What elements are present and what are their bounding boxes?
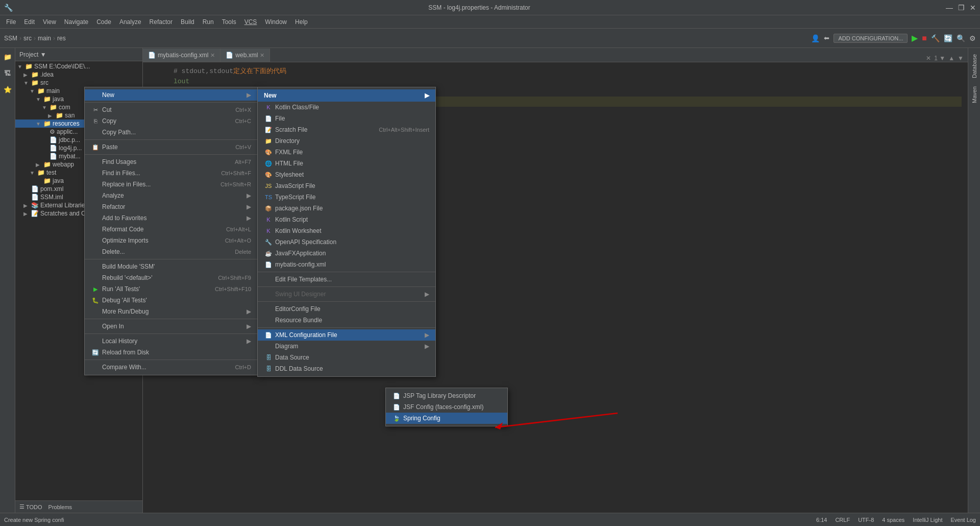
new-editorconfig[interactable]: EditorConfig File [258, 303, 435, 315]
menu-navigate[interactable]: Navigate [60, 17, 92, 27]
new-fxml[interactable]: 🎨 FXML File [258, 147, 435, 158]
breadcrumb-res[interactable]: res [57, 35, 66, 42]
new-kotlin-worksheet[interactable]: K Kotlin Worksheet [258, 225, 435, 236]
run-button[interactable]: ▶ [912, 33, 918, 43]
tree-item-idea[interactable]: ▶ 📁 .idea [15, 70, 142, 79]
ctx-optimize[interactable]: Optimize Imports Ctrl+Alt+O [85, 235, 257, 246]
statusbar-line-ending[interactable]: CRLF [835, 517, 850, 523]
menu-code[interactable]: Code [92, 17, 115, 27]
search-icon[interactable]: 🔍 [957, 34, 965, 42]
tree-item-ssm[interactable]: ▼ 📁 SSM E:\Code\IDE\... [15, 62, 142, 70]
right-panel-database[interactable]: Database [970, 50, 978, 82]
ctx-find-usages[interactable]: Find Usages Alt+F7 [85, 156, 257, 168]
ctx-reload[interactable]: 🔄 Reload from Disk [85, 347, 257, 358]
ctx-open-in[interactable]: Open In ▶ [85, 321, 257, 332]
ctx-analyze[interactable]: Analyze ▶ [85, 190, 257, 201]
tab-mybatis-close[interactable]: ✕ [210, 52, 215, 59]
menu-tools[interactable]: Tools [218, 17, 240, 27]
ctx-replace-in-files[interactable]: Replace in Files... Ctrl+Shift+R [85, 179, 257, 190]
new-resource-bundle[interactable]: Resource Bundle [258, 315, 435, 326]
tree-item-src[interactable]: ▼ 📁 src [15, 79, 142, 87]
ctx-debug-all-tests[interactable]: 🐛 Debug 'All Tests' [85, 295, 257, 306]
ctx-copy[interactable]: ⎘ Copy Ctrl+C [85, 115, 257, 127]
editor-action-3[interactable]: ▲ [948, 55, 954, 62]
ctx-rebuild[interactable]: Rebuild '<default>' Ctrl+Shift+F9 [85, 272, 257, 283]
ctx-find-in-files[interactable]: Find in Files... Ctrl+Shift+F [85, 168, 257, 179]
tab-problems[interactable]: Problems [48, 504, 72, 510]
statusbar-event-log[interactable]: Event Log [950, 517, 976, 523]
tab-todo[interactable]: ☰ TODO [19, 504, 42, 510]
rebuild-button[interactable]: 🔄 [944, 34, 952, 42]
statusbar-position[interactable]: 6:14 [816, 517, 827, 523]
xml-jsf-config[interactable]: 📄 JSF Config (faces-config.xml) [386, 401, 507, 413]
tab-webxml[interactable]: 📄 web.xml ✕ [220, 49, 270, 62]
new-mybatis-config[interactable]: 📄 mybatis-config.xml [258, 259, 435, 270]
breadcrumb-main[interactable]: main [38, 35, 51, 42]
stop-button[interactable]: ■ [922, 34, 927, 43]
ctx-run-all-tests[interactable]: ▶ Run 'All Tests' Ctrl+Shift+F10 [85, 283, 257, 295]
sidebar-icon-favorites[interactable]: ⭐ [1, 83, 14, 96]
new-ddl-data-source[interactable]: 🗄 DDL Data Source [258, 363, 435, 374]
menu-vcs[interactable]: VCS [240, 17, 261, 27]
ctx-compare-with[interactable]: Compare With... Ctrl+D [85, 362, 257, 373]
new-stylesheet[interactable]: 🎨 Stylesheet [258, 169, 435, 180]
menu-edit[interactable]: Edit [20, 17, 39, 27]
editor-action-2[interactable]: 1 ▼ [934, 55, 945, 62]
menu-run[interactable]: Run [199, 17, 218, 27]
ctx-new[interactable]: New ▶ [85, 89, 257, 101]
menu-file[interactable]: File [2, 17, 20, 27]
new-kotlin-class[interactable]: K Kotlin Class/File [258, 102, 435, 113]
menu-analyze[interactable]: Analyze [115, 17, 145, 27]
new-kotlin-script[interactable]: K Kotlin Script [258, 214, 435, 225]
ctx-paste[interactable]: 📋 Paste Ctrl+V [85, 141, 257, 153]
ctx-more-run[interactable]: More Run/Debug ▶ [85, 306, 257, 317]
xml-spring-config[interactable]: 🍃 Spring Config [386, 413, 507, 424]
ctx-add-favorites[interactable]: Add to Favorites ▶ [85, 212, 257, 224]
ctx-local-history[interactable]: Local History ▶ [85, 336, 257, 347]
ctx-cut[interactable]: ✂ Cut Ctrl+X [85, 104, 257, 115]
new-scratch-file[interactable]: 📝 Scratch File Ctrl+Alt+Shift+Insert [258, 124, 435, 135]
ctx-reformat[interactable]: Reformat Code Ctrl+Alt+L [85, 224, 257, 235]
new-openapi[interactable]: 🔧 OpenAPI Specification [258, 236, 435, 248]
settings-icon[interactable]: ⚙ [969, 34, 976, 42]
new-javafx[interactable]: ☕ JavaFXApplication [258, 248, 435, 259]
close-button[interactable]: ✕ [970, 4, 976, 12]
menu-refactor[interactable]: Refactor [145, 17, 177, 27]
sidebar-icon-project[interactable]: 📁 [1, 50, 14, 63]
new-package-json[interactable]: 📦 package.json File [258, 203, 435, 214]
new-html[interactable]: 🌐 HTML File [258, 158, 435, 169]
menu-help[interactable]: Help [291, 17, 312, 27]
tab-webxml-close[interactable]: ✕ [260, 52, 264, 59]
sidebar-icon-structure[interactable]: 🏗 [1, 66, 14, 80]
new-xml-config[interactable]: 📄 XML Configuration File ▶ [258, 329, 435, 341]
new-edit-templates[interactable]: Edit File Templates... [258, 274, 435, 285]
ctx-refactor[interactable]: Refactor ▶ [85, 201, 257, 212]
new-directory[interactable]: 📁 Directory [258, 135, 435, 147]
minimize-button[interactable]: — [946, 4, 953, 12]
statusbar-indent[interactable]: 4 spaces [882, 517, 904, 523]
build-button[interactable]: 🔨 [931, 34, 940, 42]
right-panel-maven[interactable]: Maven [970, 82, 978, 107]
new-data-source[interactable]: 🗄 Data Source [258, 352, 435, 363]
tab-mybatis-config[interactable]: 📄 mybatis-config.xml ✕ [143, 49, 220, 62]
ctx-build-module[interactable]: Build Module 'SSM' [85, 261, 257, 272]
maximize-button[interactable]: ❐ [958, 4, 965, 12]
ctx-copy-path[interactable]: Copy Path... [85, 127, 257, 138]
menu-window[interactable]: Window [261, 17, 291, 27]
new-typescript[interactable]: TS TypeScript File [258, 192, 435, 203]
back-icon[interactable]: ⬅ [824, 34, 829, 42]
breadcrumb-ssm[interactable]: SSM [4, 35, 17, 42]
menu-view[interactable]: View [39, 17, 60, 27]
new-diagram[interactable]: Diagram ▶ [258, 341, 435, 352]
ctx-delete[interactable]: Delete... Delete [85, 246, 257, 257]
menu-build[interactable]: Build [177, 17, 199, 27]
add-config-button[interactable]: ADD CONFIGURATION... [834, 34, 908, 43]
new-javascript[interactable]: JS JavaScript File [258, 180, 435, 192]
editor-action-4[interactable]: ▼ [958, 55, 964, 62]
new-file[interactable]: 📄 File [258, 113, 435, 124]
user-icon[interactable]: 👤 [811, 34, 820, 42]
statusbar-encoding[interactable]: UTF-8 [858, 517, 874, 523]
xml-jsp-tag[interactable]: 📄 JSP Tag Library Descriptor [386, 390, 507, 401]
breadcrumb-src[interactable]: src [23, 35, 32, 42]
editor-action-1[interactable]: ✕ [926, 55, 931, 62]
